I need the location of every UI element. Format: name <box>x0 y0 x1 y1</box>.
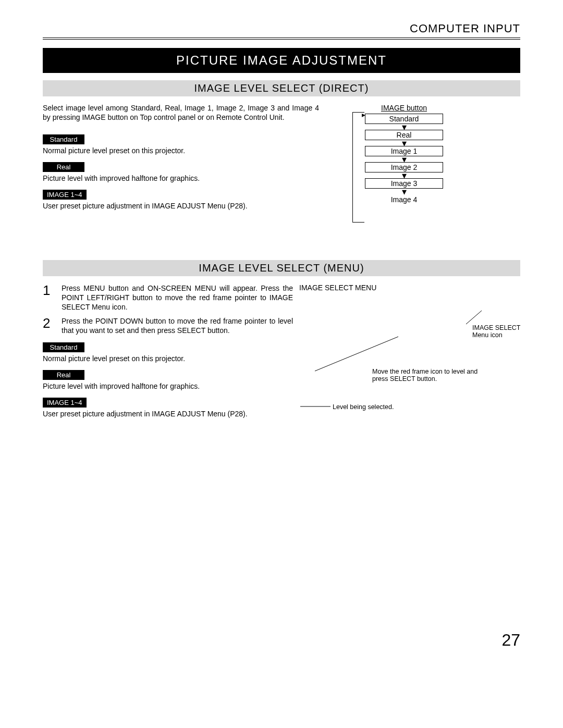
loop-line <box>352 112 364 223</box>
section-heading-direct: IMAGE LEVEL SELECT (DIRECT) <box>43 80 520 96</box>
level-desc-standard: Normal picture level preset on this proj… <box>43 146 319 155</box>
level-tag-real: Real <box>43 162 84 172</box>
level-desc-standard: Normal picture level preset on this proj… <box>43 354 293 363</box>
down-arrow-icon: ▾ <box>365 172 443 178</box>
step-number: 2 <box>43 316 62 335</box>
level-tag-standard: Standard <box>43 134 84 144</box>
diagram-title: IMAGE SELECT MENU <box>299 283 520 292</box>
down-arrow-icon: ▾ <box>365 156 443 162</box>
level-desc-real: Picture level with improved halftone for… <box>43 174 319 182</box>
level-desc-real: Picture level with improved halftone for… <box>43 382 293 390</box>
chapter-heading: COMPUTER INPUT <box>43 22 520 40</box>
level-tag-real: Real <box>43 370 84 380</box>
flow-heading: IMAGE button <box>365 104 443 112</box>
direct-section: Select image level among Standard, Real,… <box>43 104 520 234</box>
step-number: 1 <box>43 283 62 312</box>
svg-line-1 <box>315 337 398 371</box>
down-arrow-icon: ▾ <box>365 124 443 130</box>
down-arrow-icon: ▾ <box>365 189 443 194</box>
image-button-flow: ▸ IMAGE button Standard ▾ Real ▾ Image 1… <box>365 104 443 205</box>
level-tag-image14: IMAGE 1~4 <box>43 190 87 200</box>
annotation-pointer-hint: Move the red frame icon to level and pre… <box>372 368 482 382</box>
menu-section: 1 Press MENU button and ON-SCREEN MENU w… <box>43 283 520 422</box>
step-row: 1 Press MENU button and ON-SCREEN MENU w… <box>43 283 293 312</box>
page-content: COMPUTER INPUT PICTURE IMAGE ADJUSTMENT … <box>43 22 520 422</box>
level-tag-standard: Standard <box>43 342 84 352</box>
page-number: 27 <box>501 631 520 650</box>
flow-node: Image 4 <box>365 194 443 205</box>
section-heading-menu: IMAGE LEVEL SELECT (MENU) <box>43 260 520 276</box>
page-title: PICTURE IMAGE ADJUSTMENT <box>43 48 520 73</box>
direct-intro-text: Select image level among Standard, Real,… <box>43 104 319 122</box>
down-arrow-icon: ▾ <box>365 140 443 146</box>
annotation-line-icon <box>310 336 403 372</box>
level-tag-image14: IMAGE 1~4 <box>43 398 87 408</box>
svg-line-0 <box>466 311 482 324</box>
step-text: Press the POINT DOWN button to move the … <box>62 316 293 335</box>
annotation-selected-hint: Level being selected. <box>333 403 437 411</box>
step-row: 2 Press the POINT DOWN button to move th… <box>43 316 293 335</box>
annotation-line-icon <box>466 310 487 325</box>
annotation-line-icon <box>299 393 336 409</box>
annotation-menu-icon: IMAGE SELECT Menu icon <box>472 324 535 339</box>
level-desc-image14: User preset picture adjustment in IMAGE … <box>43 202 319 210</box>
step-text: Press MENU button and ON-SCREEN MENU wil… <box>62 283 293 312</box>
loop-arrowhead-icon: ▸ <box>362 110 365 119</box>
level-desc-image14: User preset picture adjustment in IMAGE … <box>43 410 293 418</box>
